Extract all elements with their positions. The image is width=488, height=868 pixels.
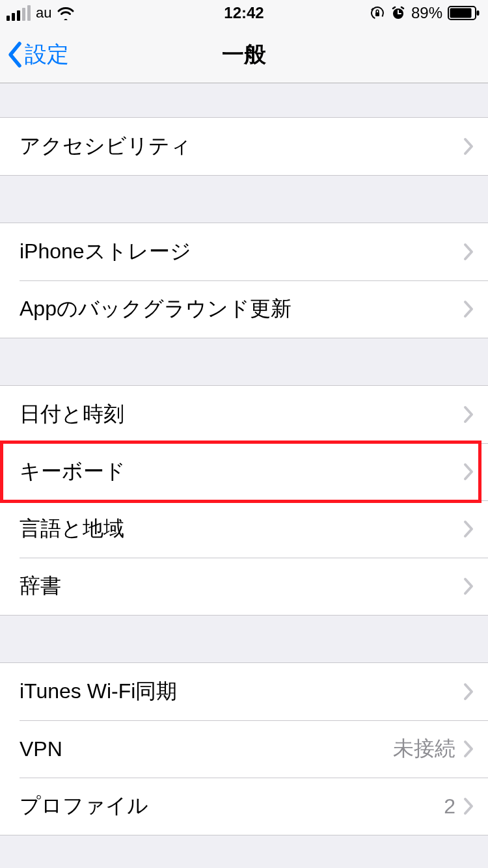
settings-group: iPhoneストレージ Appのバックグラウンド更新: [0, 223, 488, 338]
group-spacer: [0, 338, 488, 385]
row-vpn[interactable]: VPN 未接続: [0, 720, 488, 778]
chevron-right-icon: [463, 797, 474, 815]
chevron-right-icon: [463, 405, 474, 424]
row-label: 辞書: [20, 572, 463, 601]
back-label: 設定: [25, 40, 69, 70]
chevron-right-icon: [463, 300, 474, 318]
group-spacer: [0, 83, 488, 117]
clock-label: 12:42: [224, 4, 264, 21]
row-label: キーボード: [20, 457, 463, 486]
chevron-right-icon: [463, 683, 474, 701]
row-profile[interactable]: プロファイル 2: [0, 778, 488, 835]
row-value: 2: [444, 794, 455, 819]
row-label: iPhoneストレージ: [20, 237, 463, 266]
chevron-right-icon: [463, 740, 474, 758]
page-title: 一般: [222, 40, 266, 70]
settings-group: アクセシビリティ: [0, 117, 488, 176]
group-spacer: [0, 176, 488, 223]
row-label: Appのバックグラウンド更新: [20, 295, 463, 323]
back-button[interactable]: 設定: [7, 26, 69, 83]
row-keyboard[interactable]: キーボード: [0, 443, 488, 500]
status-bar: au 12:42 89%: [0, 0, 488, 26]
row-label: アクセシビリティ: [20, 132, 463, 161]
row-accessibility[interactable]: アクセシビリティ: [0, 118, 488, 175]
row-date-time[interactable]: 日付と時刻: [0, 386, 488, 443]
chevron-right-icon: [463, 577, 474, 595]
settings-group: iTunes Wi-Fi同期 VPN 未接続 プロファイル 2: [0, 662, 488, 835]
row-dictionary[interactable]: 辞書: [0, 558, 488, 615]
row-background-refresh[interactable]: Appのバックグラウンド更新: [0, 280, 488, 338]
row-label: VPN: [20, 737, 393, 761]
settings-group: 日付と時刻 キーボード 言語と地域 辞書: [0, 385, 488, 616]
group-spacer: [0, 616, 488, 662]
chevron-left-icon: [7, 41, 22, 68]
row-label: プロファイル: [20, 792, 444, 821]
status-time: 12:42: [0, 4, 488, 22]
chevron-right-icon: [463, 463, 474, 481]
row-label: iTunes Wi-Fi同期: [20, 677, 463, 706]
row-value: 未接続: [393, 735, 455, 763]
chevron-right-icon: [463, 243, 474, 261]
chevron-right-icon: [463, 520, 474, 538]
row-language-region[interactable]: 言語と地域: [0, 500, 488, 558]
row-label: 日付と時刻: [20, 400, 463, 429]
nav-bar: 設定 一般: [0, 26, 488, 83]
row-itunes-wifi-sync[interactable]: iTunes Wi-Fi同期: [0, 663, 488, 720]
row-iphone-storage[interactable]: iPhoneストレージ: [0, 223, 488, 280]
row-label: 言語と地域: [20, 515, 463, 543]
chevron-right-icon: [463, 137, 474, 156]
